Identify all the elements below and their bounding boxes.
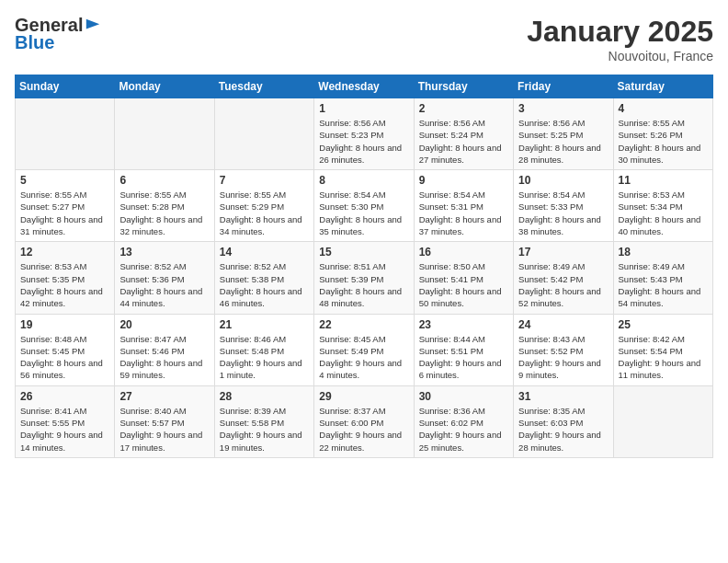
day-number: 30 <box>419 390 508 403</box>
logo-blue-text: Blue <box>15 32 54 53</box>
day-info: Sunrise: 8:55 AM Sunset: 5:27 PM Dayligh… <box>20 189 109 237</box>
day-number: 29 <box>319 390 408 403</box>
day-info: Sunrise: 8:53 AM Sunset: 5:35 PM Dayligh… <box>20 260 109 309</box>
calendar-cell <box>16 98 115 170</box>
weekday-header-sunday: Sunday <box>16 75 115 98</box>
day-number: 19 <box>20 318 109 331</box>
day-info: Sunrise: 8:56 AM Sunset: 5:24 PM Dayligh… <box>419 117 508 166</box>
calendar-cell: 31Sunrise: 8:35 AM Sunset: 6:03 PM Dayli… <box>514 385 613 457</box>
title-block: January 2025 Nouvoitou, France <box>527 15 713 63</box>
day-info: Sunrise: 8:44 AM Sunset: 5:51 PM Dayligh… <box>419 333 508 382</box>
day-number: 17 <box>518 246 608 259</box>
calendar-table: SundayMondayTuesdayWednesdayThursdayFrid… <box>15 75 713 458</box>
logo-flag-icon <box>85 17 101 34</box>
calendar-week-1: 1Sunrise: 8:56 AM Sunset: 5:23 PM Daylig… <box>16 98 713 170</box>
day-info: Sunrise: 8:54 AM Sunset: 5:30 PM Dayligh… <box>319 189 408 237</box>
day-number: 1 <box>319 102 408 115</box>
day-number: 12 <box>20 246 109 259</box>
day-number: 22 <box>319 318 408 331</box>
weekday-header-row: SundayMondayTuesdayWednesdayThursdayFrid… <box>16 75 713 98</box>
calendar-cell: 13Sunrise: 8:52 AM Sunset: 5:36 PM Dayli… <box>115 242 214 314</box>
calendar-cell: 29Sunrise: 8:37 AM Sunset: 6:00 PM Dayli… <box>314 385 414 457</box>
logo: General Blue <box>15 15 101 53</box>
calendar-cell <box>214 98 313 170</box>
calendar-cell: 24Sunrise: 8:43 AM Sunset: 5:52 PM Dayli… <box>514 314 613 385</box>
day-number: 3 <box>518 102 608 115</box>
day-info: Sunrise: 8:55 AM Sunset: 5:28 PM Dayligh… <box>119 189 209 237</box>
calendar-week-5: 26Sunrise: 8:41 AM Sunset: 5:55 PM Dayli… <box>16 385 713 457</box>
svg-marker-0 <box>86 18 99 29</box>
day-number: 2 <box>419 102 508 115</box>
day-info: Sunrise: 8:55 AM Sunset: 5:29 PM Dayligh… <box>220 189 309 237</box>
calendar-cell: 16Sunrise: 8:50 AM Sunset: 5:41 PM Dayli… <box>414 242 513 314</box>
calendar-cell: 4Sunrise: 8:55 AM Sunset: 5:26 PM Daylig… <box>613 98 712 170</box>
day-number: 4 <box>619 102 708 115</box>
day-info: Sunrise: 8:55 AM Sunset: 5:26 PM Dayligh… <box>619 117 708 166</box>
day-info: Sunrise: 8:52 AM Sunset: 5:36 PM Dayligh… <box>119 260 209 309</box>
weekday-header-wednesday: Wednesday <box>314 75 414 98</box>
calendar-cell: 5Sunrise: 8:55 AM Sunset: 5:27 PM Daylig… <box>16 170 115 242</box>
calendar-cell: 3Sunrise: 8:56 AM Sunset: 5:25 PM Daylig… <box>514 98 613 170</box>
calendar-cell: 7Sunrise: 8:55 AM Sunset: 5:29 PM Daylig… <box>214 170 313 242</box>
day-info: Sunrise: 8:49 AM Sunset: 5:43 PM Dayligh… <box>619 260 708 309</box>
day-info: Sunrise: 8:49 AM Sunset: 5:42 PM Dayligh… <box>518 260 608 309</box>
day-number: 9 <box>419 174 508 187</box>
day-number: 31 <box>518 390 608 403</box>
day-number: 24 <box>518 318 608 331</box>
day-number: 27 <box>119 390 209 403</box>
day-number: 11 <box>619 174 708 187</box>
calendar-cell: 2Sunrise: 8:56 AM Sunset: 5:24 PM Daylig… <box>414 98 513 170</box>
weekday-header-tuesday: Tuesday <box>214 75 313 98</box>
day-number: 5 <box>20 174 109 187</box>
calendar-cell: 14Sunrise: 8:52 AM Sunset: 5:38 PM Dayli… <box>214 242 313 314</box>
weekday-header-friday: Friday <box>514 75 613 98</box>
day-info: Sunrise: 8:40 AM Sunset: 5:57 PM Dayligh… <box>119 405 209 454</box>
weekday-header-monday: Monday <box>115 75 214 98</box>
month-title: January 2025 <box>527 15 713 49</box>
calendar-cell: 9Sunrise: 8:54 AM Sunset: 5:31 PM Daylig… <box>414 170 513 242</box>
page-header: General Blue January 2025 Nouvoitou, Fra… <box>15 15 713 63</box>
day-number: 8 <box>319 174 408 187</box>
calendar-cell: 1Sunrise: 8:56 AM Sunset: 5:23 PM Daylig… <box>314 98 414 170</box>
calendar-cell: 15Sunrise: 8:51 AM Sunset: 5:39 PM Dayli… <box>314 242 414 314</box>
day-info: Sunrise: 8:53 AM Sunset: 5:34 PM Dayligh… <box>619 189 708 237</box>
day-number: 16 <box>419 246 508 259</box>
calendar-week-2: 5Sunrise: 8:55 AM Sunset: 5:27 PM Daylig… <box>16 170 713 242</box>
day-number: 13 <box>119 246 209 259</box>
day-number: 14 <box>220 246 309 259</box>
calendar-cell: 30Sunrise: 8:36 AM Sunset: 6:02 PM Dayli… <box>414 385 513 457</box>
day-info: Sunrise: 8:41 AM Sunset: 5:55 PM Dayligh… <box>20 405 109 454</box>
day-info: Sunrise: 8:47 AM Sunset: 5:46 PM Dayligh… <box>119 333 209 382</box>
calendar-cell: 8Sunrise: 8:54 AM Sunset: 5:30 PM Daylig… <box>314 170 414 242</box>
calendar-cell: 10Sunrise: 8:54 AM Sunset: 5:33 PM Dayli… <box>514 170 613 242</box>
day-info: Sunrise: 8:51 AM Sunset: 5:39 PM Dayligh… <box>319 260 408 309</box>
day-number: 23 <box>419 318 508 331</box>
day-info: Sunrise: 8:35 AM Sunset: 6:03 PM Dayligh… <box>518 405 608 454</box>
day-number: 21 <box>220 318 309 331</box>
calendar-cell: 18Sunrise: 8:49 AM Sunset: 5:43 PM Dayli… <box>613 242 712 314</box>
calendar-cell: 25Sunrise: 8:42 AM Sunset: 5:54 PM Dayli… <box>613 314 712 385</box>
calendar-cell: 17Sunrise: 8:49 AM Sunset: 5:42 PM Dayli… <box>514 242 613 314</box>
day-number: 28 <box>220 390 309 403</box>
day-number: 26 <box>20 390 109 403</box>
day-number: 15 <box>319 246 408 259</box>
day-info: Sunrise: 8:46 AM Sunset: 5:48 PM Dayligh… <box>220 333 309 382</box>
calendar-cell: 12Sunrise: 8:53 AM Sunset: 5:35 PM Dayli… <box>16 242 115 314</box>
day-number: 20 <box>119 318 209 331</box>
day-info: Sunrise: 8:54 AM Sunset: 5:33 PM Dayligh… <box>518 189 608 237</box>
day-number: 25 <box>619 318 708 331</box>
day-info: Sunrise: 8:56 AM Sunset: 5:25 PM Dayligh… <box>518 117 608 166</box>
calendar-cell <box>115 98 214 170</box>
day-info: Sunrise: 8:42 AM Sunset: 5:54 PM Dayligh… <box>619 333 708 382</box>
calendar-cell: 19Sunrise: 8:48 AM Sunset: 5:45 PM Dayli… <box>16 314 115 385</box>
calendar-cell: 11Sunrise: 8:53 AM Sunset: 5:34 PM Dayli… <box>613 170 712 242</box>
weekday-header-thursday: Thursday <box>414 75 513 98</box>
calendar-week-4: 19Sunrise: 8:48 AM Sunset: 5:45 PM Dayli… <box>16 314 713 385</box>
calendar-week-3: 12Sunrise: 8:53 AM Sunset: 5:35 PM Dayli… <box>16 242 713 314</box>
day-info: Sunrise: 8:56 AM Sunset: 5:23 PM Dayligh… <box>319 117 408 166</box>
calendar-cell: 27Sunrise: 8:40 AM Sunset: 5:57 PM Dayli… <box>115 385 214 457</box>
calendar-cell: 20Sunrise: 8:47 AM Sunset: 5:46 PM Dayli… <box>115 314 214 385</box>
day-number: 10 <box>518 174 608 187</box>
calendar-cell <box>613 385 712 457</box>
day-info: Sunrise: 8:52 AM Sunset: 5:38 PM Dayligh… <box>220 260 309 309</box>
